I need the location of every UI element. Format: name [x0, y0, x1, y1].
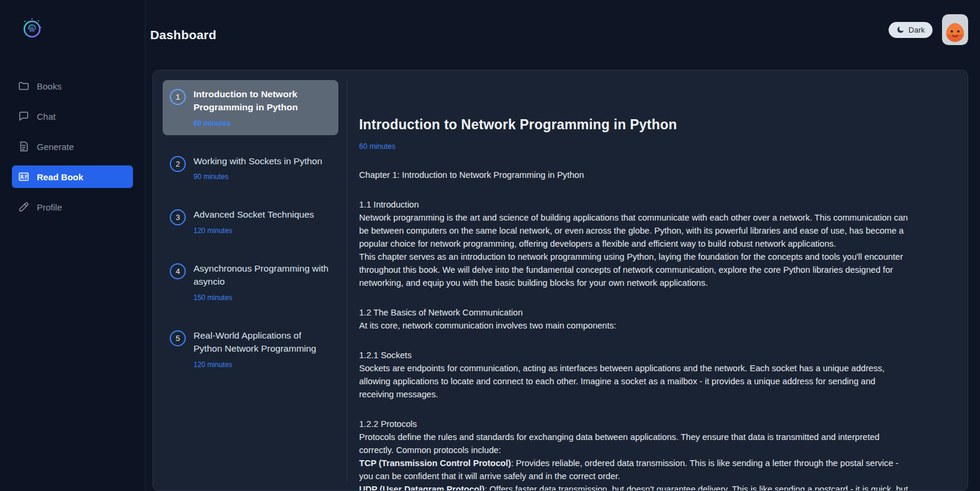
- chapter-duration: 60 minutes: [194, 119, 331, 127]
- chapter-list: 1Introduction to Network Programming in …: [163, 80, 347, 481]
- chapter-duration: 120 minutes: [194, 227, 314, 235]
- text-segment: 1.2.2 Protocols Protocols define the rul…: [359, 419, 880, 455]
- reader-panel: 1Introduction to Network Programming in …: [153, 70, 968, 491]
- sidebar-item-read-book[interactable]: Read Book: [12, 165, 133, 188]
- moon-icon: [896, 25, 905, 34]
- sidebar-item-label: Profile: [37, 202, 62, 212]
- text-block: 1.2.1 Sockets Sockets are endpoints for …: [359, 349, 908, 401]
- chapter-title: Working with Sockets in Python: [194, 155, 322, 168]
- chapter-list-item[interactable]: 1Introduction to Network Programming in …: [163, 80, 338, 135]
- topbar: Dashboard Dark: [145, 0, 980, 70]
- chapter-title: Introduction to Network Programming in P…: [194, 88, 331, 114]
- chapter-content-duration: 60 minutes: [359, 142, 944, 151]
- brain-logo[interactable]: [19, 15, 45, 42]
- theme-toggle-button[interactable]: Dark: [889, 22, 933, 38]
- chapter-meta: Introduction to Network Programming in P…: [194, 88, 331, 127]
- chapter-number-badge: 4: [170, 263, 186, 279]
- chapter-title: Advanced Socket Techniques: [194, 208, 314, 221]
- chapter-meta: Asynchronous Programming with asyncio150…: [194, 262, 331, 302]
- app-root: BooksChatGenerateRead BookProfile Dashbo…: [0, 0, 980, 491]
- sidebar-nav: BooksChatGenerateRead BookProfile: [12, 75, 133, 218]
- theme-toggle-label: Dark: [909, 25, 925, 34]
- text-segment: Chapter 1: Introduction to Network Progr…: [359, 170, 584, 180]
- chapter-title: Asynchronous Programming with asyncio: [194, 262, 331, 289]
- text-segment: 1.2.1 Sockets Sockets are endpoints for …: [359, 350, 884, 399]
- chapter-meta: Real-World Applications of Python Networ…: [194, 329, 331, 369]
- text-block: 1.2 The Basics of Network Communication …: [359, 306, 908, 332]
- sidebar-item-label: Read Book: [37, 172, 83, 182]
- chapter-body: Chapter 1: Introduction to Network Progr…: [359, 168, 908, 491]
- text-block: 1.1 Introduction Network programming is …: [359, 198, 908, 289]
- chapter-number-badge: 3: [170, 209, 186, 225]
- sidebar-item-books[interactable]: Books: [12, 75, 133, 97]
- sidebar-item-generate[interactable]: Generate: [12, 135, 133, 158]
- bold-text-segment: TCP (Transmission Control Protocol): [359, 458, 511, 468]
- chapter-title: Real-World Applications of Python Networ…: [194, 329, 331, 356]
- sidebar-item-profile[interactable]: Profile: [12, 196, 133, 218]
- edit-icon: [18, 201, 30, 213]
- sidebar-item-label: Generate: [37, 142, 74, 152]
- chapter-list-item[interactable]: 5Real-World Applications of Python Netwo…: [163, 321, 338, 377]
- sidebar-item-label: Chat: [37, 111, 56, 122]
- chat-icon: [18, 110, 30, 122]
- text-segment: 1.2 The Basics of Network Communication …: [359, 308, 616, 330]
- chapter-duration: 120 minutes: [194, 361, 331, 369]
- chapter-duration: 150 minutes: [194, 294, 331, 302]
- document-icon: [18, 141, 30, 152]
- top-actions: Dark: [889, 14, 968, 45]
- avatar[interactable]: [942, 14, 968, 45]
- book-reader-icon: [18, 171, 30, 183]
- chapter-number-badge: 5: [170, 330, 186, 346]
- text-block: 1.2.2 Protocols Protocols define the rul…: [359, 417, 908, 491]
- chapter-list-item[interactable]: 3Advanced Socket Techniques120 minutes: [163, 200, 338, 242]
- chapter-number-badge: 1: [170, 89, 186, 105]
- main-area: Dashboard Dark: [145, 0, 980, 491]
- page-title: Dashboard: [150, 28, 217, 42]
- bold-text-segment: UDP (User Datagram Protocol): [359, 484, 484, 491]
- chapter-number-badge: 2: [170, 156, 186, 172]
- text-block: Chapter 1: Introduction to Network Progr…: [359, 168, 908, 181]
- chapter-list-item[interactable]: 2Working with Sockets in Python90 minute…: [163, 147, 338, 189]
- folder-icon: [18, 80, 30, 92]
- chapter-meta: Working with Sockets in Python90 minutes: [194, 155, 322, 181]
- text-segment: 1.1 Introduction Network programming is …: [359, 200, 908, 288]
- chapter-duration: 90 minutes: [194, 173, 322, 181]
- chapter-content-title: Introduction to Network Programming in P…: [359, 117, 944, 133]
- sidebar-item-label: Books: [37, 81, 62, 91]
- chapter-content: Introduction to Network Programming in P…: [347, 80, 958, 481]
- sidebar: BooksChatGenerateRead BookProfile: [0, 0, 145, 491]
- chapter-meta: Advanced Socket Techniques120 minutes: [194, 208, 314, 234]
- chapter-list-item[interactable]: 4Asynchronous Programming with asyncio15…: [163, 254, 338, 310]
- sidebar-item-chat[interactable]: Chat: [12, 105, 133, 127]
